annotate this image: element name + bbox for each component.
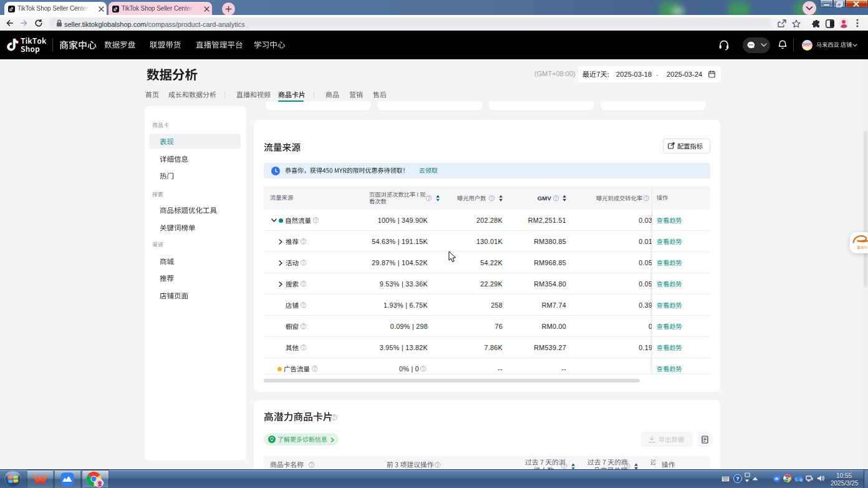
svg-text:?: ? [736,475,740,482]
